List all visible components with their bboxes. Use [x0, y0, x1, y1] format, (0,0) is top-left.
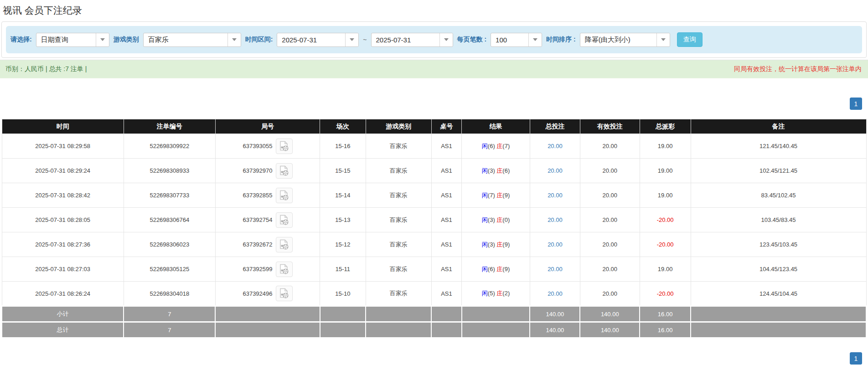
result-banker-points: (9) [502, 266, 510, 272]
cell-round-id: 637392599 [215, 257, 320, 282]
round-id-text: 637392599 [243, 266, 272, 272]
total-bet-link[interactable]: 20.00 [548, 266, 563, 272]
cell-session: 15-15 [320, 159, 366, 183]
total-count: 7 [124, 322, 215, 338]
game-type-select[interactable]: 百家乐 [143, 33, 241, 47]
video-record-button[interactable] [276, 188, 293, 203]
game-type-label: 游戏类别 [114, 36, 139, 44]
chevron-down-icon[interactable] [656, 33, 670, 46]
chevron-down-icon [100, 38, 105, 41]
video-record-button[interactable] [276, 286, 293, 301]
total-bet-link[interactable]: 20.00 [548, 167, 563, 174]
round-id-text: 637392496 [243, 290, 272, 297]
total-bet-link[interactable]: 20.00 [548, 290, 563, 297]
cell-remark: 104.45/123.45 [691, 257, 866, 282]
video-record-button[interactable] [276, 139, 293, 154]
page-1-button[interactable]: 1 [850, 98, 862, 110]
cell-remark: 124.45/104.45 [691, 282, 866, 306]
cell-table-no: AS1 [431, 183, 461, 208]
chevron-down-icon[interactable] [528, 33, 542, 46]
valid-bet-notice-text: 同局有效投注，统一计算在该局第一张注单内 [734, 65, 862, 73]
cell-session: 15-12 [320, 232, 366, 257]
result-player-points: (6) [488, 143, 495, 149]
col-header-time: 时间 [2, 119, 124, 134]
video-record-button[interactable] [276, 262, 293, 277]
cell-game-type: 百家乐 [366, 183, 431, 208]
cell-table-no: AS1 [431, 159, 461, 183]
cell-table-no: AS1 [431, 282, 461, 306]
col-header-remark: 备注 [691, 119, 866, 134]
query-type-select[interactable]: 日期查询 [36, 33, 109, 47]
total-bet-link[interactable]: 20.00 [548, 192, 563, 199]
summary-bar: 币别：人民币 | 总共 :7 注单 | 同局有效投注，统一计算在该局第一张注单内 [0, 60, 868, 78]
col-header-result: 结果 [462, 119, 530, 134]
date-from-select[interactable]: 2025-07-31 [277, 33, 359, 47]
cell-round-id: 637392672 [215, 232, 320, 257]
date-to-select[interactable]: 2025-07-31 [371, 33, 453, 47]
cell-bet-id: 522698309922 [124, 134, 215, 159]
page-size-value: 100 [491, 33, 528, 46]
filter-panel: 请选择: 日期查询 游戏类别 百家乐 时间区间: 2025-07-31 ~ 20… [1, 21, 867, 58]
sort-order-select[interactable]: 降幂(由大到小) [580, 33, 670, 47]
page-title: 视讯 会员下注纪录 [0, 0, 868, 21]
cell-table-no: AS1 [431, 232, 461, 257]
cell-result: 闲(5) 庄(2) [462, 282, 530, 306]
round-id-text: 637392672 [243, 241, 272, 248]
video-record-button[interactable] [276, 163, 293, 179]
result-banker-points: (2) [502, 290, 510, 297]
cell-game-type: 百家乐 [366, 208, 431, 232]
cell-payout: 19.00 [640, 159, 691, 183]
result-banker: 庄 [496, 216, 502, 223]
chevron-down-icon[interactable] [96, 33, 109, 46]
page-size-select[interactable]: 100 [491, 33, 542, 47]
col-header-bet-id: 注单编号 [124, 119, 215, 134]
cell-game-type: 百家乐 [366, 134, 431, 159]
result-banker: 庄 [496, 192, 502, 199]
chevron-down-icon[interactable] [439, 33, 453, 46]
cell-total-bet: 20.00 [530, 134, 580, 159]
table-body: 2025-07-31 08:29:58 522698309922 6373930… [2, 134, 866, 306]
table-row: 2025-07-31 08:28:42 522698307733 6373928… [2, 183, 866, 208]
cell-total-bet: 20.00 [530, 282, 580, 306]
cell-game-type: 百家乐 [366, 257, 431, 282]
total-bet-link[interactable]: 20.00 [548, 241, 563, 248]
total-valid-bet: 140.00 [580, 322, 640, 338]
table-header-row: 时间 注单编号 局号 场次 游戏类别 桌号 结果 总投注 有效投注 总派彩 备注 [2, 119, 866, 134]
result-banker-points: (0) [502, 216, 510, 223]
result-banker: 庄 [496, 241, 502, 248]
game-type-value: 百家乐 [144, 33, 227, 46]
date-to-value: 2025-07-31 [372, 33, 439, 46]
cell-table-no: AS1 [431, 134, 461, 159]
subtotal-valid-bet: 140.00 [580, 306, 640, 322]
chevron-down-icon[interactable] [227, 33, 241, 46]
cell-valid-bet: 20.00 [580, 183, 640, 208]
query-type-label: 请选择: [10, 36, 32, 44]
cell-remark: 121.45/140.45 [691, 134, 866, 159]
result-banker-points: (6) [502, 167, 510, 174]
result-banker: 庄 [496, 143, 502, 149]
video-record-button[interactable] [276, 212, 293, 228]
chevron-down-icon[interactable] [345, 33, 358, 46]
col-header-game-type: 游戏类别 [366, 119, 431, 134]
total-bet-link[interactable]: 20.00 [548, 143, 563, 149]
cell-table-no: AS1 [431, 208, 461, 232]
result-player-points: (3) [488, 167, 495, 174]
result-player: 闲 [482, 216, 488, 223]
cell-bet-id: 522698306764 [124, 208, 215, 232]
video-file-icon [279, 141, 289, 152]
cell-remark: 123.45/103.45 [691, 232, 866, 257]
page-1-button[interactable]: 1 [850, 352, 862, 365]
cell-time: 2025-07-31 08:27:36 [2, 232, 124, 257]
result-banker-points: (9) [502, 241, 510, 248]
total-bet-link[interactable]: 20.00 [548, 216, 563, 223]
table-row: 2025-07-31 08:26:24 522698304018 6373924… [2, 282, 866, 306]
currency-summary-text: 币别：人民币 | 总共 :7 注单 | [5, 65, 87, 73]
cell-total-bet: 20.00 [530, 257, 580, 282]
date-range-label: 时间区间: [245, 36, 273, 44]
search-button[interactable]: 查询 [677, 32, 703, 47]
date-range-separator: ~ [363, 36, 367, 43]
video-record-button[interactable] [276, 237, 293, 252]
video-file-icon [279, 239, 289, 250]
pagination-top: 1 [0, 98, 868, 110]
cell-remark: 103.45/83.45 [691, 208, 866, 232]
